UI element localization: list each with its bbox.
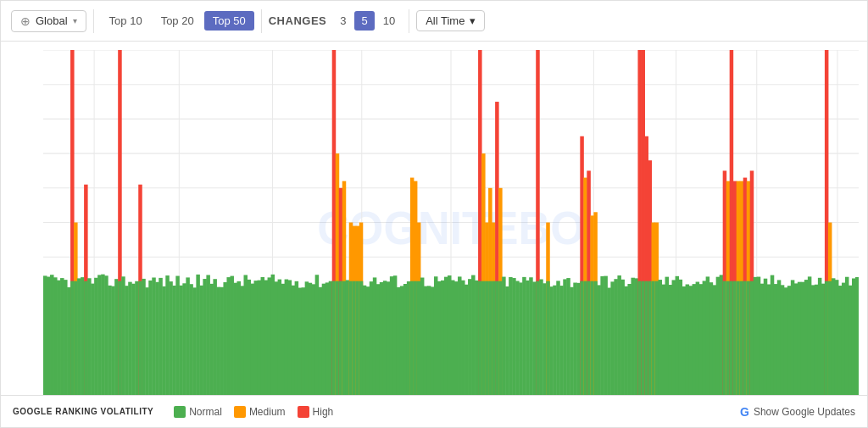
svg-rect-304 bbox=[811, 285, 815, 395]
svg-rect-203 bbox=[539, 279, 543, 395]
svg-rect-299 bbox=[794, 283, 798, 395]
top20-button[interactable]: Top 20 bbox=[153, 11, 203, 31]
svg-rect-186 bbox=[492, 281, 496, 395]
normal-label: Normal bbox=[189, 406, 222, 418]
svg-rect-135 bbox=[353, 281, 357, 395]
top50-button[interactable]: Top 50 bbox=[204, 11, 254, 31]
svg-rect-169 bbox=[451, 281, 455, 395]
svg-rect-315 bbox=[842, 283, 846, 395]
svg-rect-70 bbox=[152, 277, 156, 395]
chevron-down-icon: ▾ bbox=[73, 16, 77, 25]
svg-rect-267 bbox=[716, 277, 721, 395]
svg-rect-184 bbox=[488, 281, 492, 395]
high-swatch bbox=[298, 406, 309, 418]
svg-rect-126 bbox=[336, 281, 340, 395]
medium-label: Medium bbox=[249, 406, 286, 418]
svg-rect-178 bbox=[478, 281, 482, 395]
svg-rect-164 bbox=[434, 276, 438, 395]
svg-rect-232 bbox=[617, 275, 621, 395]
svg-rect-160 bbox=[420, 278, 425, 395]
svg-rect-145 bbox=[380, 282, 384, 395]
svg-rect-109 bbox=[285, 280, 289, 395]
num5-button[interactable]: 5 bbox=[354, 11, 374, 31]
svg-rect-38 bbox=[60, 278, 64, 395]
svg-rect-172 bbox=[461, 281, 465, 395]
svg-rect-225 bbox=[593, 281, 598, 395]
alltime-dropdown[interactable]: All Time ▾ bbox=[416, 10, 485, 31]
svg-rect-86 bbox=[206, 275, 210, 395]
svg-rect-174 bbox=[468, 279, 472, 395]
svg-rect-182 bbox=[485, 281, 489, 395]
svg-rect-207 bbox=[549, 286, 554, 395]
svg-rect-48 bbox=[84, 281, 88, 395]
svg-rect-192 bbox=[505, 286, 509, 395]
svg-rect-149 bbox=[393, 275, 398, 395]
svg-rect-265 bbox=[709, 282, 714, 395]
svg-rect-130 bbox=[342, 281, 347, 395]
svg-rect-111 bbox=[292, 286, 296, 395]
globe-icon: ⊕ bbox=[20, 14, 31, 28]
svg-rect-97 bbox=[243, 275, 248, 395]
svg-rect-71 bbox=[155, 282, 159, 395]
svg-rect-73 bbox=[162, 286, 166, 395]
svg-rect-292 bbox=[771, 275, 775, 395]
svg-rect-88 bbox=[213, 279, 217, 395]
svg-rect-301 bbox=[801, 282, 805, 395]
svg-rect-227 bbox=[600, 276, 604, 395]
svg-rect-316 bbox=[845, 277, 849, 395]
svg-rect-52 bbox=[97, 275, 102, 395]
svg-rect-90 bbox=[220, 287, 224, 395]
svg-rect-85 bbox=[203, 279, 207, 395]
svg-rect-254 bbox=[672, 280, 676, 395]
svg-rect-300 bbox=[798, 282, 802, 395]
svg-rect-214 bbox=[573, 283, 577, 395]
svg-rect-69 bbox=[148, 281, 153, 395]
svg-rect-253 bbox=[669, 285, 673, 395]
medium-swatch bbox=[234, 406, 246, 418]
svg-rect-302 bbox=[804, 280, 809, 395]
svg-rect-194 bbox=[512, 278, 516, 395]
svg-rect-51 bbox=[94, 278, 98, 395]
svg-rect-68 bbox=[145, 287, 149, 395]
svg-rect-110 bbox=[288, 280, 292, 395]
svg-rect-175 bbox=[471, 275, 476, 395]
svg-rect-266 bbox=[713, 285, 717, 395]
svg-rect-56 bbox=[111, 286, 115, 395]
global-dropdown[interactable]: ⊕ Global ▾ bbox=[11, 10, 86, 32]
svg-rect-163 bbox=[431, 286, 435, 395]
svg-rect-147 bbox=[387, 281, 391, 395]
main-container: ⊕ Global ▾ Top 10 Top 20 Top 50 CHANGES … bbox=[0, 0, 868, 428]
svg-rect-103 bbox=[264, 281, 269, 395]
top10-button[interactable]: Top 10 bbox=[101, 11, 151, 31]
svg-rect-193 bbox=[509, 277, 513, 395]
legend-normal: Normal bbox=[174, 406, 222, 418]
svg-rect-150 bbox=[397, 287, 401, 395]
legend-high: High bbox=[298, 406, 334, 418]
svg-rect-78 bbox=[179, 286, 183, 395]
svg-rect-33 bbox=[43, 275, 47, 395]
num10-button[interactable]: 10 bbox=[376, 11, 402, 31]
svg-rect-83 bbox=[196, 275, 200, 395]
legend-medium: Medium bbox=[234, 406, 286, 418]
top-tabs: Top 10 Top 20 Top 50 bbox=[101, 11, 254, 31]
show-google-updates-button[interactable]: G Show Google Updates bbox=[740, 405, 855, 419]
google-g-icon: G bbox=[740, 405, 749, 419]
chart-svg: 0 10 20 30 40 50 60 70 80 90 100 COGNITE… bbox=[43, 50, 859, 395]
svg-rect-46 bbox=[81, 277, 85, 395]
svg-rect-268 bbox=[720, 275, 724, 395]
svg-rect-80 bbox=[186, 277, 190, 395]
svg-rect-44 bbox=[74, 281, 78, 395]
svg-rect-284 bbox=[747, 281, 751, 395]
svg-rect-290 bbox=[764, 279, 768, 395]
svg-rect-66 bbox=[138, 281, 142, 395]
svg-rect-235 bbox=[627, 284, 632, 395]
num3-button[interactable]: 3 bbox=[333, 11, 353, 31]
svg-rect-276 bbox=[733, 281, 737, 395]
divider-3 bbox=[409, 9, 409, 33]
svg-rect-77 bbox=[175, 276, 180, 395]
svg-rect-305 bbox=[815, 285, 819, 395]
svg-rect-102 bbox=[261, 277, 265, 395]
svg-rect-115 bbox=[305, 281, 309, 395]
legend: Normal Medium High bbox=[174, 406, 333, 418]
svg-rect-200 bbox=[532, 281, 537, 395]
